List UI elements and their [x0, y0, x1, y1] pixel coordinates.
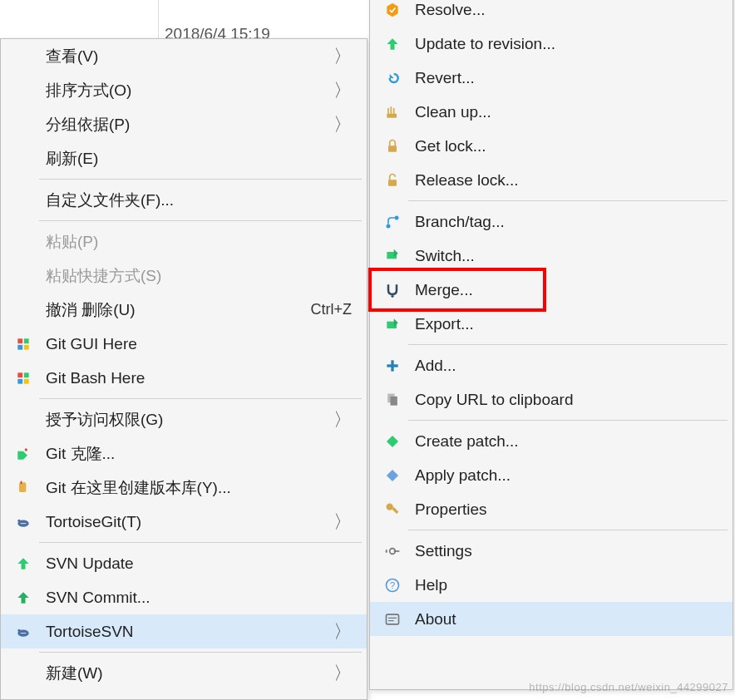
svg-rect-17	[388, 180, 397, 186]
menu-item-label: 排序方式(O)	[46, 80, 131, 101]
menu-item-label: Merge...	[415, 281, 473, 299]
menu-item-label: 查看(V)	[46, 46, 98, 67]
menu-item-label: Git 克隆...	[46, 443, 115, 465]
update-rev-icon	[383, 35, 402, 53]
left_menu-separator	[39, 220, 362, 221]
right_menu-item-export[interactable]: Export...	[370, 307, 733, 341]
right_menu-item-properties[interactable]: Properties	[370, 492, 733, 526]
help-icon: ?	[383, 576, 402, 594]
left_menu-item-新建[interactable]: 新建(W)〉	[1, 656, 367, 690]
right_menu-item-update-to-revision[interactable]: Update to revision...	[370, 27, 733, 61]
svg-text:?: ?	[390, 579, 396, 590]
menu-item-label: 撤消 删除(U)	[46, 299, 136, 321]
left_menu-item-授予访问权限[interactable]: 授予访问权限(G)〉	[1, 402, 367, 436]
menu-item-label: Revert...	[415, 69, 475, 87]
left_menu-item-刷新[interactable]: 刷新(E)	[1, 141, 367, 175]
left_menu-item-分组依据[interactable]: 分组依据(P)〉	[1, 107, 367, 141]
right_menu-item-merge[interactable]: Merge...	[370, 273, 733, 307]
svg-point-12	[17, 519, 20, 521]
right_menu-item-copy-url-to-clipboard[interactable]: Copy URL to clipboard	[370, 382, 733, 417]
menu-item-label: 粘贴(P)	[46, 231, 98, 253]
left_menu-item-查看[interactable]: 查看(V)〉	[1, 39, 367, 73]
svg-point-18	[387, 224, 391, 228]
svg-rect-2	[17, 344, 22, 349]
right_menu-item-branch-tag[interactable]: Branch/tag...	[370, 205, 733, 239]
unlock-icon	[383, 171, 402, 190]
left_menu-item-自定义文件夹[interactable]: 自定义文件夹(F)...	[1, 183, 367, 217]
right_menu-item-release-lock[interactable]: Release lock...	[370, 163, 733, 197]
svg-rect-26	[387, 435, 398, 446]
left_menu-separator	[39, 652, 362, 653]
menu-item-label: Resolve...	[415, 1, 485, 19]
right_menu-item-add[interactable]: Add...	[370, 348, 733, 382]
git-clone-icon	[14, 445, 32, 463]
menu-item-shortcut: Ctrl+Z	[311, 301, 353, 318]
menu-item-label: 刷新(E)	[46, 148, 98, 170]
left_menu-item-git-bash-here[interactable]: Git Bash Here	[1, 361, 367, 395]
right_menu-item-help[interactable]: ?Help	[370, 568, 733, 602]
menu-item-label: Release lock...	[415, 171, 519, 190]
menu-item-label: 新建(W)	[46, 663, 103, 684]
git-bash-icon	[14, 369, 32, 387]
menu-item-label: Properties	[415, 500, 487, 519]
right_menu-item-settings[interactable]: Settings	[370, 534, 733, 568]
left_menu-item-git-在这里创建版本库[interactable]: Git 在这里创建版本库(Y)...	[1, 471, 367, 505]
revert-icon	[383, 69, 402, 87]
right_menu-item-apply-patch[interactable]: Apply patch...	[370, 458, 733, 492]
cleanup-icon	[383, 103, 402, 121]
menu-item-label: Update to revision...	[415, 35, 555, 53]
menu-item-label: 授予访问权限(G)	[46, 409, 163, 431]
left_menu-item-排序方式[interactable]: 排序方式(O)〉	[1, 73, 367, 107]
left_menu-item-tortoisesvn[interactable]: TortoiseSVN〉	[1, 614, 367, 648]
switch-icon	[383, 247, 402, 265]
svg-rect-29	[392, 506, 398, 513]
tortoisesvn-icon	[14, 623, 32, 641]
menu-item-label: Help	[415, 576, 447, 594]
create-patch-icon	[383, 432, 402, 451]
left_menu-item-粘贴: 粘贴(P)	[1, 224, 367, 259]
right_menu-item-resolve[interactable]: Resolve...	[370, 0, 733, 27]
left_menu-separator	[39, 398, 362, 399]
menu-item-label: Create patch...	[415, 432, 519, 451]
menu-item-label: Copy URL to clipboard	[415, 391, 573, 409]
svg-point-19	[395, 215, 399, 219]
svg-rect-5	[24, 372, 29, 377]
right_menu-item-about[interactable]: About	[370, 602, 733, 636]
about-icon	[383, 610, 402, 629]
right_menu-item-revert[interactable]: Revert...	[370, 61, 733, 95]
right_menu-separator	[408, 200, 728, 201]
right_menu-item-clean-up[interactable]: Clean up...	[370, 95, 733, 129]
right_menu-item-create-patch[interactable]: Create patch...	[370, 424, 733, 458]
context-menu-tortoisesvn: Resolve...Update to revision...Revert...…	[369, 0, 733, 690]
menu-item-label: Export...	[415, 315, 474, 333]
background-divider	[158, 0, 159, 38]
left_menu-item-svn-commit[interactable]: SVN Commit...	[1, 580, 367, 614]
menu-item-label: Settings	[415, 542, 472, 560]
menu-item-label: 分组依据(P)	[46, 114, 130, 136]
menu-item-label: 粘贴快捷方式(S)	[46, 265, 161, 287]
merge-icon	[383, 281, 402, 299]
submenu-arrow-icon: 〉	[333, 44, 352, 69]
svg-rect-0	[17, 338, 22, 343]
submenu-arrow-icon: 〉	[333, 112, 352, 137]
submenu-arrow-icon: 〉	[333, 619, 352, 644]
menu-item-label: Git Bash Here	[46, 369, 145, 387]
left_menu-item-tortoisegit[interactable]: TortoiseGit(T)〉	[1, 505, 367, 539]
left_menu-item-粘贴快捷方式: 粘贴快捷方式(S)	[1, 259, 367, 293]
menu-item-label: TortoiseGit(T)	[46, 513, 141, 531]
right_menu-item-get-lock[interactable]: Get lock...	[370, 129, 733, 163]
copy-url-icon	[383, 391, 402, 409]
svg-rect-15	[387, 113, 397, 117]
left_menu-item-git-gui-here[interactable]: Git GUI Here	[1, 327, 367, 361]
svg-rect-6	[17, 378, 22, 383]
properties-icon	[383, 500, 402, 519]
left_menu-item-撤消-删除[interactable]: 撤消 删除(U)Ctrl+Z	[1, 293, 367, 327]
menu-item-label: SVN Commit...	[46, 589, 150, 607]
menu-item-label: Git GUI Here	[46, 335, 137, 353]
left_menu-item-svn-update[interactable]: SVN Update	[1, 546, 367, 580]
svg-rect-16	[388, 145, 397, 152]
right_menu-item-switch[interactable]: Switch...	[370, 239, 733, 273]
svn-update-icon	[14, 555, 32, 573]
svg-rect-23	[387, 364, 397, 367]
left_menu-item-git-克隆[interactable]: Git 克隆...	[1, 436, 367, 471]
